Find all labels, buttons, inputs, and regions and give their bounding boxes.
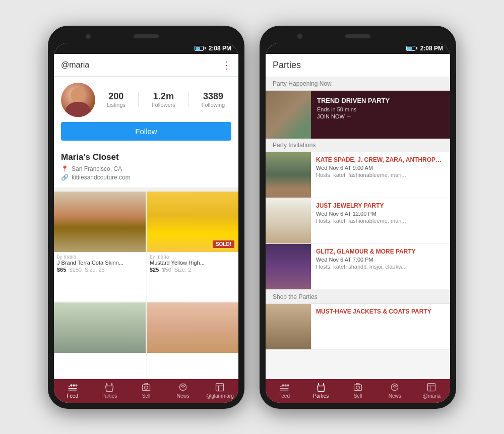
parties-title: Parties bbox=[273, 60, 443, 71]
party-invite-hosts-1: Hosts: katef, fashionableeme, mari... bbox=[316, 172, 445, 178]
left-screen: 2:08 PM @maria ⋮ 200 Listings 1 bbox=[54, 43, 238, 403]
svg-point-1 bbox=[73, 384, 75, 386]
party-now-image bbox=[266, 91, 311, 139]
party-now-title: TREND DRIVEN PARTY bbox=[317, 97, 444, 104]
website-text: kittiesandcouture.com bbox=[72, 174, 131, 181]
profile-stats-row: 200 Listings 1.2m Followers 3389 Followi… bbox=[61, 83, 231, 117]
svg-point-10 bbox=[284, 384, 286, 386]
party-now-ends: Ends in 50 mins bbox=[317, 106, 444, 112]
status-bar-left: 2:08 PM bbox=[54, 43, 238, 54]
svg-rect-12 bbox=[354, 385, 362, 391]
price-size-1: Size: 25 bbox=[85, 267, 105, 273]
party-invite-1[interactable]: KATE SPADE, J. CREW, ZARA, ANTHROPOLOGIE… bbox=[266, 152, 450, 198]
party-invite-date-2: Wed Nov 6 AT 12:00 PM bbox=[316, 211, 445, 217]
username-label: @maria bbox=[61, 60, 89, 70]
battery-icon-right bbox=[406, 46, 417, 51]
svg-point-9 bbox=[282, 384, 284, 386]
right-screen: 2:08 PM Parties Party Happening Now TREN… bbox=[266, 43, 450, 403]
listing-image-4 bbox=[147, 302, 238, 353]
price-original-2: $50 bbox=[162, 267, 171, 273]
nav-feed-right[interactable]: Feed bbox=[266, 382, 302, 399]
nav-sell-left[interactable]: Sell bbox=[128, 382, 164, 399]
party-invite-image-3 bbox=[266, 244, 311, 289]
party-invite-info-1: KATE SPADE, J. CREW, ZARA, ANTHROPOLOGIE… bbox=[311, 152, 450, 198]
svg-point-4 bbox=[145, 386, 148, 389]
stat-following: 3389 Following bbox=[202, 91, 225, 108]
nav-news-right[interactable]: News bbox=[376, 382, 413, 399]
stat-followers: 1.2m Followers bbox=[152, 91, 175, 108]
party-invite-hosts-3: Hosts: katef, shandlt, msjoi, claukw... bbox=[316, 264, 445, 270]
svg-point-0 bbox=[70, 384, 72, 386]
nav-news-left[interactable]: News bbox=[165, 382, 202, 399]
status-time-left: 2:08 PM bbox=[209, 45, 231, 52]
camera-icon-right bbox=[353, 382, 363, 392]
party-invite-hosts-2: Hosts: katef, fashionableeme, mari... bbox=[316, 218, 445, 224]
listing-title-2: Mustard Yellow High... bbox=[150, 260, 235, 266]
shop-party-image bbox=[266, 304, 311, 349]
nav-parties-left[interactable]: Parties bbox=[91, 382, 128, 399]
party-invite-image-1 bbox=[266, 152, 311, 198]
listing-item-2[interactable]: SOLD! by maria Mustard Yellow High... $2… bbox=[147, 192, 238, 302]
right-phone: 2:08 PM Parties Party Happening Now TREN… bbox=[260, 26, 456, 409]
svg-rect-6 bbox=[216, 383, 224, 391]
svg-rect-3 bbox=[143, 385, 150, 391]
party-now-card[interactable]: TREND DRIVEN PARTY Ends in 50 mins JOIN … bbox=[266, 91, 450, 139]
svg-rect-15 bbox=[428, 383, 435, 391]
shop-party-info: MUST-HAVE JACKETS & COATS PARTY bbox=[311, 304, 450, 349]
listing-price-1: $65 $150 Size: 25 bbox=[57, 267, 143, 273]
listing-by-1: by maria bbox=[57, 254, 143, 260]
listing-price-2: $25 $50 Size: 2 bbox=[150, 267, 235, 273]
listing-item-1[interactable]: by maria J Brand Terra Cota Skinn... $65… bbox=[54, 192, 146, 302]
party-invite-date-3: Wed Nov 6 AT 7:00 PM bbox=[316, 257, 445, 263]
bottom-nav-right: Feed Parties Sell bbox=[266, 379, 450, 403]
listing-info-1: by maria J Brand Terra Cota Skinn... $65… bbox=[54, 252, 146, 276]
party-now-section-label: Party Happening Now bbox=[266, 77, 450, 91]
profile-info: Maria's Closet 📍 San Francisco, CA 🔗 kit… bbox=[54, 147, 238, 192]
shop-party-item[interactable]: MUST-HAVE JACKETS & COATS PARTY bbox=[266, 304, 450, 350]
app-header-left: @maria ⋮ bbox=[54, 54, 238, 77]
stat-listings-number: 200 bbox=[107, 91, 125, 102]
nav-label-feed-right: Feed bbox=[278, 393, 290, 399]
follow-button[interactable]: Follow bbox=[61, 122, 231, 141]
link-icon: 🔗 bbox=[61, 174, 69, 181]
svg-point-11 bbox=[287, 384, 289, 386]
speaker-right bbox=[345, 34, 370, 38]
nav-label-news-left: News bbox=[177, 393, 190, 399]
news-icon-left bbox=[178, 382, 188, 392]
nav-label-parties-left: Parties bbox=[101, 393, 117, 399]
listing-item-4[interactable] bbox=[147, 302, 238, 379]
stat-following-number: 3389 bbox=[202, 91, 225, 102]
nav-profile-left[interactable]: @glammarg bbox=[202, 382, 238, 399]
feed-icon-right bbox=[279, 382, 289, 392]
menu-dots[interactable]: ⋮ bbox=[221, 59, 231, 71]
parties-header: Parties bbox=[266, 54, 450, 77]
nav-parties-right[interactable]: Parties bbox=[302, 382, 339, 399]
stat-listings-label: Listings bbox=[107, 102, 125, 108]
listing-item-3[interactable] bbox=[54, 302, 146, 379]
svg-point-2 bbox=[75, 384, 77, 386]
listing-image-1 bbox=[54, 192, 146, 252]
nav-label-parties-right: Parties bbox=[313, 393, 329, 399]
price-current-2: $25 bbox=[150, 267, 159, 273]
price-original-1: $150 bbox=[69, 267, 81, 273]
party-invite-2[interactable]: JUST JEWELRY PARTY Wed Nov 6 AT 12:00 PM… bbox=[266, 198, 450, 244]
party-invite-3[interactable]: GLITZ, GLAMOUR & MORE PARTY Wed Nov 6 AT… bbox=[266, 244, 450, 290]
nav-label-news-right: News bbox=[389, 393, 401, 399]
nav-label-profile-right: @maria bbox=[423, 393, 440, 399]
front-camera-right bbox=[297, 34, 302, 39]
price-current-1: $65 bbox=[57, 267, 66, 273]
nav-sell-right[interactable]: Sell bbox=[339, 382, 376, 399]
nav-feed-left[interactable]: Feed bbox=[54, 382, 91, 399]
nav-profile-right[interactable]: @maria bbox=[413, 382, 450, 399]
party-now-info: TREND DRIVEN PARTY Ends in 50 mins JOIN … bbox=[311, 91, 450, 139]
party-invite-info-2: JUST JEWELRY PARTY Wed Nov 6 AT 12:00 PM… bbox=[311, 198, 450, 243]
party-invite-title-1: KATE SPADE, J. CREW, ZARA, ANTHROPOLOGIE… bbox=[316, 156, 445, 163]
party-now-join[interactable]: JOIN NOW → bbox=[317, 113, 444, 119]
parties-icon-right bbox=[316, 382, 326, 392]
listing-title-1: J Brand Terra Cota Skinn... bbox=[57, 260, 143, 266]
stat-followers-label: Followers bbox=[152, 102, 175, 108]
avatar bbox=[61, 83, 95, 117]
invitations-section-label: Party Invitations bbox=[266, 139, 450, 152]
phone-top-bar-left bbox=[54, 32, 238, 43]
phone-top-bar-right bbox=[266, 32, 450, 43]
